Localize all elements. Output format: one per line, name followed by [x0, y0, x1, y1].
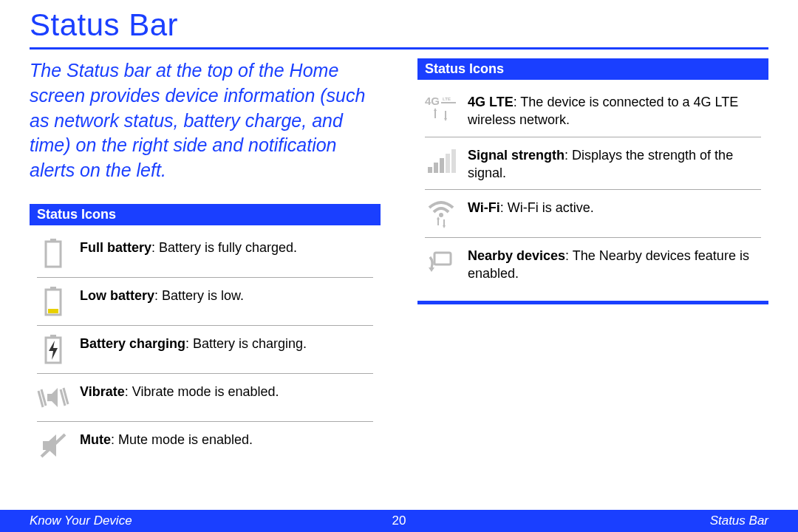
- list-item: Full battery: Battery is fully charged.: [37, 230, 373, 278]
- content-columns: The Status bar at the top of the Home sc…: [30, 58, 768, 469]
- svg-marker-8: [47, 388, 58, 407]
- svg-marker-33: [429, 267, 434, 272]
- section-header-right: Status Icons: [417, 58, 768, 80]
- svg-marker-20: [444, 118, 447, 121]
- svg-rect-29: [437, 219, 439, 225]
- item-desc: 4G LTE: The device is connected to a 4G …: [468, 92, 761, 129]
- left-column: The Status bar at the top of the Home sc…: [30, 58, 381, 469]
- icon-list-right: 4G LTE 4G LTE: The device is connected t…: [417, 80, 768, 290]
- list-item: Vibrate: Vibrate mode is enabled.: [37, 374, 373, 422]
- svg-rect-31: [443, 219, 445, 225]
- svg-rect-19: [434, 111, 436, 118]
- svg-marker-30: [443, 225, 446, 228]
- list-item: Nearby devices: The Nearby devices featu…: [425, 238, 761, 290]
- svg-marker-7: [49, 341, 58, 360]
- item-desc: Battery charging: Battery is charging.: [80, 333, 307, 352]
- page-footer: Know Your Device 20 Status Bar: [0, 510, 798, 532]
- svg-point-27: [439, 213, 443, 217]
- svg-marker-28: [437, 216, 440, 219]
- mute-icon: [37, 429, 69, 462]
- svg-rect-4: [48, 309, 58, 313]
- signal-strength-icon: [425, 145, 457, 177]
- svg-rect-24: [440, 158, 444, 173]
- section-end-rule: [417, 301, 768, 304]
- svg-rect-22: [428, 167, 432, 173]
- svg-text:4G: 4G: [425, 95, 440, 107]
- list-item: Low battery: Battery is low.: [37, 278, 373, 326]
- list-item: 4G LTE 4G LTE: The device is connected t…: [425, 84, 761, 137]
- item-desc: Wi-Fi: Wi-Fi is active.: [468, 197, 594, 216]
- svg-rect-26: [451, 149, 456, 173]
- right-column: Status Icons 4G LTE 4G: [417, 58, 768, 469]
- nearby-devices-icon: [425, 245, 457, 278]
- item-desc: Full battery: Battery is fully charged.: [80, 237, 297, 256]
- lte-icon: 4G LTE: [425, 92, 457, 124]
- list-item: Signal strength: Displays the strength o…: [425, 137, 761, 191]
- svg-rect-21: [445, 111, 446, 118]
- svg-text:LTE: LTE: [443, 97, 451, 101]
- svg-rect-23: [434, 163, 438, 173]
- intro-text: The Status bar at the top of the Home sc…: [30, 58, 381, 183]
- footer-right: Status Bar: [710, 514, 768, 528]
- title-rule: [30, 47, 768, 50]
- item-desc: Signal strength: Displays the strength o…: [468, 145, 761, 183]
- battery-charging-icon: [37, 333, 69, 366]
- svg-rect-17: [441, 102, 456, 103]
- list-item: Mute: Mute mode is enabled.: [37, 422, 373, 469]
- icon-list-left: Full battery: Battery is fully charged. …: [30, 225, 381, 469]
- list-item: Battery charging: Battery is charging.: [37, 326, 373, 374]
- item-desc: Vibrate: Vibrate mode is enabled.: [80, 381, 279, 400]
- footer-page-number: 20: [392, 514, 406, 528]
- section-header-left: Status Icons: [30, 204, 381, 225]
- item-desc: Nearby devices: The Nearby devices featu…: [468, 245, 761, 283]
- list-item: Wi-Fi: Wi-Fi is active.: [425, 190, 761, 238]
- footer-left: Know Your Device: [30, 514, 132, 528]
- low-battery-icon: [37, 285, 69, 318]
- item-desc: Mute: Mute mode is enabled.: [80, 429, 253, 449]
- svg-rect-1: [46, 242, 61, 267]
- item-desc: Low battery: Battery is low.: [80, 285, 244, 304]
- vibrate-icon: [37, 381, 69, 414]
- wifi-icon: [425, 197, 457, 230]
- svg-marker-18: [434, 108, 437, 111]
- svg-rect-25: [446, 154, 450, 173]
- page-title: Status Bar: [30, 7, 768, 43]
- full-battery-icon: [37, 237, 69, 270]
- svg-rect-32: [434, 253, 451, 265]
